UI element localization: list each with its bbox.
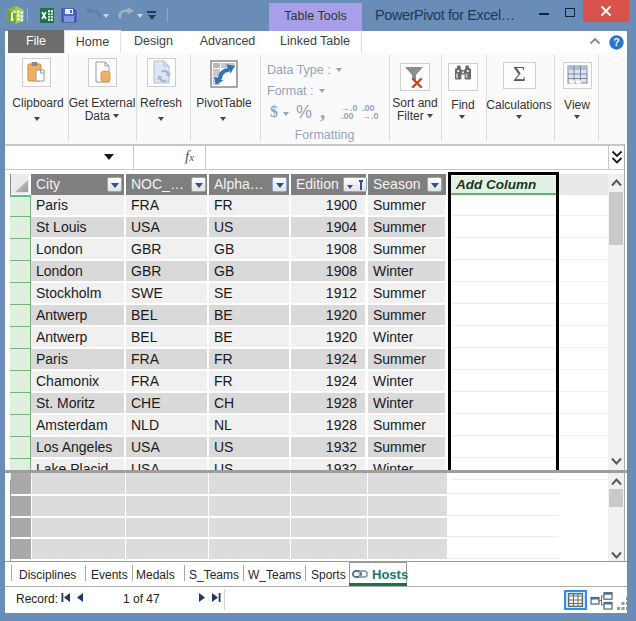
svg-text:?: ? — [613, 36, 619, 48]
